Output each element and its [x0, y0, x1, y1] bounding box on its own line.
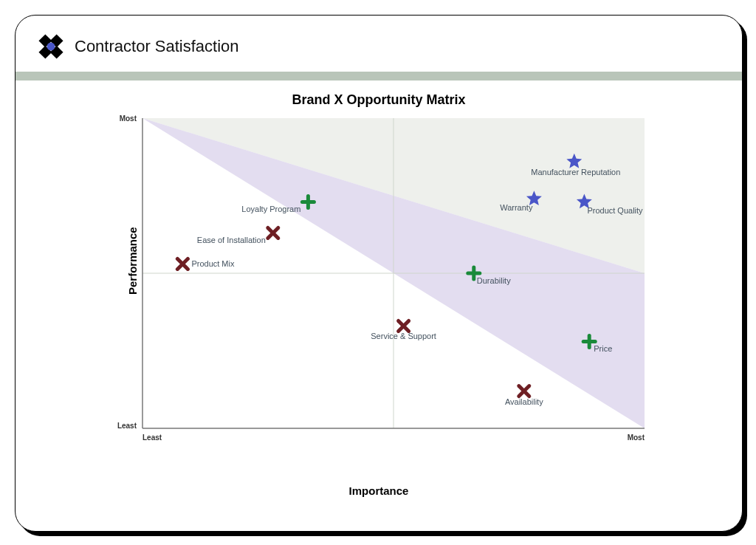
divider-bar [16, 72, 742, 80]
data-point-label: Service & Support [371, 332, 436, 340]
x-axis-label: Importance [16, 484, 742, 497]
data-point-label: Product Mix [191, 259, 235, 268]
data-point-label: Product Quality [587, 206, 643, 215]
svg-text:Most: Most [120, 114, 137, 123]
data-point-label: Warranty [500, 203, 533, 212]
data-point-label: Loyalty Program [241, 205, 300, 213]
logo-icon [38, 33, 64, 60]
page-title: Contractor Satisfaction [75, 37, 239, 56]
chart-title: Brand X Opportunity Matrix [16, 92, 742, 108]
data-point-label: Manufacturer Reputation [531, 168, 620, 176]
data-point-label: Ease of Installation [197, 236, 266, 244]
data-point-label: Availability [505, 397, 543, 406]
chart-container: Brand X Opportunity Matrix Performance I… [16, 80, 742, 501]
y-axis-label: Performance [126, 227, 139, 295]
header: Contractor Satisfaction [16, 16, 742, 69]
svg-text:Least: Least [117, 422, 137, 430]
svg-text:Most: Most [628, 433, 645, 442]
card-frame: Contractor Satisfaction Brand X Opportun… [15, 15, 743, 532]
data-point-label: Price [594, 344, 612, 353]
svg-text:Least: Least [142, 433, 162, 442]
svg-point-4 [47, 43, 55, 51]
data-point-label: Durability [477, 276, 511, 285]
scatter-plot: MostLeastLeastMostManufacturer Reputatio… [98, 111, 659, 465]
